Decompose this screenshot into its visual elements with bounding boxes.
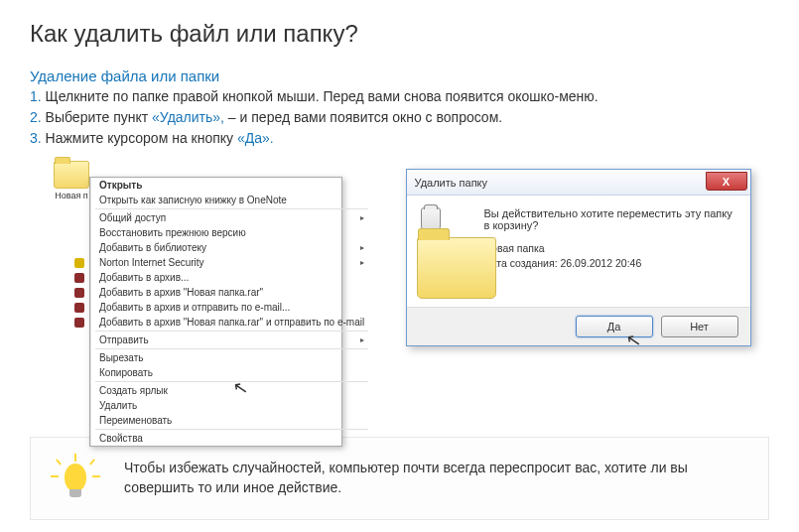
menu-rename[interactable]: Переименовать (91, 413, 372, 428)
step-num: 1. (30, 88, 42, 104)
tip-text: Чтобы избежать случайностей, компьютер п… (124, 459, 748, 497)
menu-add-rar[interactable]: Добавить в архив "Новая папка.rar" (91, 285, 372, 300)
step-quoted: «Удалить», (152, 109, 224, 125)
step-num: 3. (30, 130, 42, 146)
menu-label: Добавить в архив и отправить по e-mail..… (99, 302, 290, 313)
menu-delete[interactable]: Удалить (91, 398, 372, 413)
step-text: – и перед вами появится окно с вопросом. (224, 109, 502, 125)
menu-label: Добавить в архив "Новая папка.rar" (99, 287, 263, 298)
archive-icon (74, 303, 84, 313)
menu-label: Добавить в архив... (99, 272, 189, 283)
menu-label: Отправить (99, 334, 149, 345)
step-1: 1. Щелкните по папке правой кнопкой мыши… (30, 86, 769, 107)
step-2: 2. Выберите пункт «Удалить», – и перед в… (30, 107, 769, 128)
chevron-right-icon: ▸ (360, 243, 364, 252)
confirm-dialog-screenshot: Удалить папку X Вы действительно хотите … (387, 159, 769, 417)
menu-share[interactable]: Общий доступ▸ (91, 210, 372, 225)
folder-icon (54, 161, 89, 189)
no-button[interactable]: Нет (661, 316, 738, 337)
chevron-right-icon: ▸ (360, 335, 364, 344)
dialog-folder-date: Дата создания: 26.09.2012 20:46 (484, 256, 736, 271)
menu-add-email[interactable]: Добавить в архив и отправить по e-mail..… (91, 300, 372, 315)
menu-send[interactable]: Отправить▸ (91, 332, 372, 347)
yes-button[interactable]: Да (576, 316, 653, 337)
lightbulb-icon (51, 454, 100, 503)
step-text: Щелкните по папке правой кнопкой мыши. П… (42, 88, 599, 104)
norton-icon (74, 258, 84, 268)
menu-norton[interactable]: Norton Internet Security▸ (91, 255, 372, 270)
menu-open[interactable]: Открыть (91, 178, 372, 193)
close-button[interactable]: X (706, 172, 747, 191)
tip-box: Чтобы избежать случайностей, компьютер п… (30, 437, 769, 520)
menu-label: Добавить в библиотеку (99, 242, 206, 253)
menu-restore[interactable]: Восстановить прежнюю версию (91, 225, 372, 240)
folder-label: Новая п (50, 191, 93, 200)
menu-cut[interactable]: Вырезать (91, 350, 372, 365)
section-subtitle: Удаление файла или папки (30, 67, 769, 84)
menu-label: Добавить в архив "Новая папка.rar" и отп… (99, 317, 364, 328)
menu-library[interactable]: Добавить в библиотеку▸ (91, 240, 372, 255)
step-3: 3. Нажмите курсором на кнопку «Да». (30, 128, 769, 149)
menu-onenote[interactable]: Открыть как записную книжку в OneNote (91, 193, 372, 207)
desktop-folder[interactable]: Новая п (50, 159, 93, 200)
chevron-right-icon: ▸ (360, 213, 364, 222)
dialog-folder-name: Новая папка (484, 241, 736, 256)
menu-add-rar-email[interactable]: Добавить в архив "Новая папка.rar" и отп… (91, 315, 372, 330)
page-title: Как удалить файл или папку? (30, 20, 769, 48)
dialog-question: Вы действительно хотите переместить эту … (484, 207, 736, 231)
context-menu-screenshot: Новая п Открыть Открыть как записную кни… (30, 159, 347, 417)
dialog-title: Удалить папку (415, 177, 488, 189)
step-text: Нажмите курсором на кнопку (42, 130, 237, 146)
chevron-right-icon: ▸ (360, 258, 364, 267)
menu-properties[interactable]: Свойства (91, 431, 372, 446)
archive-icon (74, 273, 84, 283)
confirm-dialog: Удалить папку X Вы действительно хотите … (406, 169, 751, 346)
archive-icon (74, 288, 84, 298)
instruction-list: 1. Щелкните по папке правой кнопкой мыши… (30, 86, 769, 149)
dialog-titlebar: Удалить папку X (407, 170, 750, 196)
cursor-icon: ↖ (624, 329, 643, 352)
context-menu: Открыть Открыть как записную книжку в On… (89, 177, 342, 447)
menu-add-archive[interactable]: Добавить в архив... (91, 270, 372, 285)
archive-icon (74, 318, 84, 328)
step-num: 2. (30, 109, 42, 125)
menu-label: Общий доступ (99, 212, 166, 223)
menu-label: Norton Internet Security (99, 257, 204, 268)
step-text: Выберите пункт (42, 109, 152, 125)
folder-icon (417, 237, 496, 299)
step-quoted: «Да». (237, 130, 274, 146)
